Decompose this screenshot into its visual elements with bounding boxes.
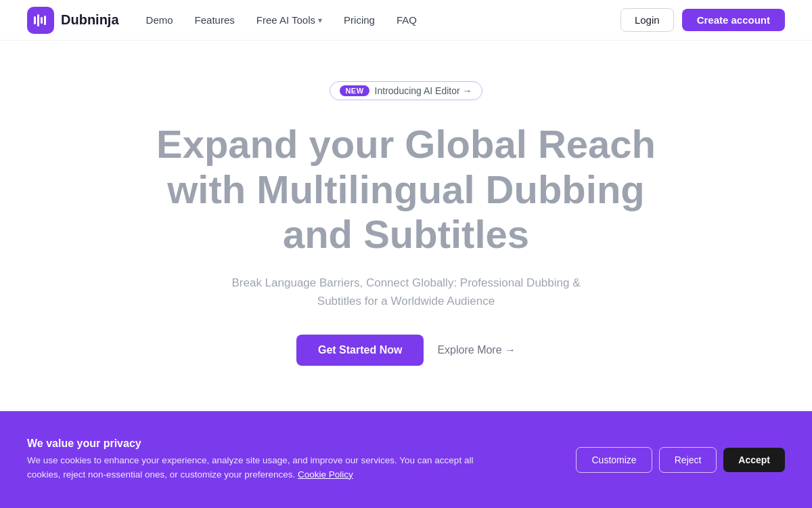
logo[interactable]: Dubninja	[27, 7, 119, 34]
explore-more-button[interactable]: Explore More →	[437, 344, 516, 356]
cookie-banner: We value your privacy We use cookies to …	[0, 411, 812, 508]
logo-text: Dubninja	[61, 12, 119, 28]
customize-button[interactable]: Customize	[576, 447, 652, 473]
ai-badge[interactable]: New Introducing AI Editor →	[330, 81, 482, 100]
navbar: Dubninja Demo Features Free AI Tools ▾ P…	[0, 0, 812, 41]
badge-text: Introducing AI Editor →	[375, 85, 472, 96]
svg-rect-2	[41, 17, 43, 24]
nav-link-faq[interactable]: FAQ	[397, 14, 417, 26]
navbar-left: Dubninja Demo Features Free AI Tools ▾ P…	[27, 7, 417, 34]
hero-section: New Introducing AI Editor → Expand your …	[0, 41, 812, 393]
login-button[interactable]: Login	[621, 8, 674, 32]
create-account-button[interactable]: Create account	[682, 9, 785, 31]
cookie-body: We use cookies to enhance your experienc…	[27, 454, 487, 482]
reject-button[interactable]: Reject	[659, 447, 717, 473]
nav-link-pricing[interactable]: Pricing	[344, 14, 375, 26]
cookie-policy-link[interactable]: Cookie Policy	[298, 469, 353, 480]
navbar-right: Login Create account	[621, 8, 785, 32]
svg-rect-1	[37, 14, 39, 26]
chevron-down-icon: ▾	[318, 16, 322, 25]
cookie-title: We value your privacy	[27, 438, 487, 450]
nav-link-features[interactable]: Features	[195, 14, 235, 26]
nav-links: Demo Features Free AI Tools ▾ Pricing FA…	[146, 14, 417, 26]
get-started-button[interactable]: Get Started Now	[296, 335, 424, 366]
svg-rect-0	[34, 16, 36, 24]
cookie-buttons: Customize Reject Accept	[576, 447, 785, 473]
hero-subtitle: Break Language Barriers, Connect Globall…	[223, 274, 589, 310]
hero-title: Expand your Global Reach with Multilingu…	[152, 122, 660, 257]
svg-rect-3	[44, 16, 46, 25]
badge-new-label: New	[340, 85, 369, 96]
nav-link-free-ai-tools[interactable]: Free AI Tools ▾	[256, 14, 322, 26]
hero-buttons: Get Started Now Explore More →	[296, 335, 516, 366]
cookie-text-block: We value your privacy We use cookies to …	[27, 438, 487, 482]
accept-button[interactable]: Accept	[723, 448, 785, 472]
nav-link-demo[interactable]: Demo	[146, 14, 173, 26]
logo-icon	[27, 7, 54, 34]
